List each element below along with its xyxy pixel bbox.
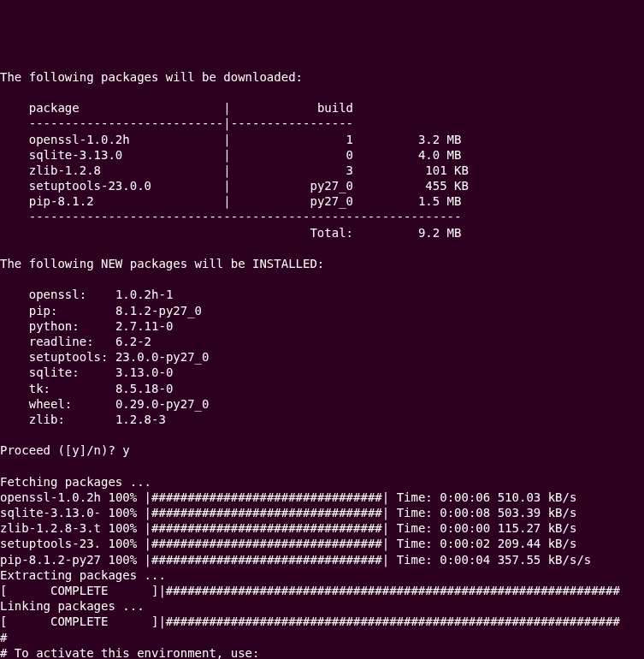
fetch-rate-0: 510.03 kB/s	[498, 490, 577, 504]
inst-ver-0: 1.0.2h-1	[115, 288, 173, 301]
dl-pkg-3: setuptools-23.0.0	[29, 179, 151, 193]
dl-build-0: 1	[346, 133, 353, 146]
fetch-time-4: 0:00:04	[440, 553, 490, 567]
progress-bar-3: |################################|	[145, 537, 390, 550]
fetch-pct-0: 100%	[108, 490, 137, 504]
col-package: package	[29, 101, 80, 115]
progress-bar-2: |################################|	[145, 521, 390, 535]
hash-1: #	[0, 631, 7, 644]
terminal-output: The following packages will be downloade…	[0, 69, 644, 659]
dl-pkg-0: openssl-1.0.2h	[29, 133, 130, 146]
dl-pkg-2: zlib-1.2.8	[29, 163, 101, 177]
dl-build-1: 0	[346, 148, 353, 162]
inst-name-5: sqlite:	[29, 365, 80, 379]
download-header: The following packages will be downloade…	[0, 70, 303, 84]
inst-ver-6: 8.5.18-0	[115, 382, 173, 395]
fetch-pkg-3: setuptools-23.	[0, 537, 101, 550]
inst-ver-1: 8.1.2-py27_0	[115, 304, 202, 318]
time-label-0: Time:	[397, 490, 433, 504]
dl-build-3: py27_0	[310, 179, 353, 193]
inst-ver-5: 3.13.0-0	[115, 365, 173, 379]
dl-pkg-1: sqlite-3.13.0	[29, 148, 123, 162]
inst-name-1: pip:	[29, 304, 58, 318]
fetch-time-0: 0:00:06	[440, 490, 490, 504]
installed-header: The following NEW packages will be INSTA…	[0, 257, 324, 270]
time-label-4: Time:	[397, 553, 433, 567]
dl-size-3: 455 KB	[425, 179, 469, 193]
separator-2: ----------------------------------------…	[0, 210, 461, 223]
inst-name-2: python:	[29, 319, 80, 333]
fetch-time-3: 0:00:02	[440, 537, 490, 550]
fetch-pct-2: 100%	[108, 521, 137, 535]
dl-pkg-4: pip-8.1.2	[29, 194, 94, 208]
progress-bar-4: |################################|	[145, 553, 390, 567]
time-label-2: Time:	[397, 521, 433, 535]
inst-name-8: zlib:	[29, 413, 65, 426]
proceed-prompt: Proceed ([y]/n)?	[0, 443, 122, 457]
fetch-pkg-0: openssl-1.0.2h	[0, 490, 101, 504]
col-build: build	[317, 101, 353, 115]
total-label: Total:	[310, 226, 353, 240]
extracting-msg: Extracting packages ...	[0, 568, 166, 582]
progress-bar-0: |################################|	[145, 490, 390, 504]
inst-ver-8: 1.2.8-3	[115, 413, 166, 426]
separator-1: ---------------------------|------------…	[0, 116, 353, 130]
fetch-time-1: 0:00:08	[440, 506, 490, 519]
proceed-answer[interactable]: y	[122, 443, 129, 457]
fetch-rate-2: 115.27 kB/s	[498, 521, 577, 535]
activate-msg: # To activate this environment, use:	[0, 646, 259, 659]
complete-link: [ COMPLETE ]|###########################…	[0, 614, 620, 628]
inst-name-0: openssl:	[29, 288, 86, 301]
dl-size-2: 101 KB	[425, 163, 469, 177]
inst-name-3: readline:	[29, 335, 94, 348]
inst-ver-3: 6.2-2	[115, 335, 151, 348]
complete-extract: [ COMPLETE ]|###########################…	[0, 584, 620, 597]
linking-msg: Linking packages ...	[0, 599, 145, 613]
fetch-time-2: 0:00:00	[440, 521, 490, 535]
total-size: 9.2 MB	[418, 226, 462, 240]
fetch-rate-1: 503.39 kB/s	[498, 506, 577, 519]
dl-build-4: py27_0	[310, 194, 353, 208]
time-label-1: Time:	[397, 506, 433, 519]
fetch-pkg-4: pip-8.1.2-py27	[0, 553, 101, 567]
fetching-msg: Fetching packages ...	[0, 475, 151, 489]
fetch-pct-4: 100%	[108, 553, 137, 567]
progress-bar-1: |################################|	[145, 506, 390, 519]
dl-size-4: 1.5 MB	[418, 194, 462, 208]
fetch-pkg-2: zlib-1.2.8-3.t	[0, 521, 101, 535]
fetch-pkg-1: sqlite-3.13.0-	[0, 506, 101, 519]
fetch-rate-3: 209.44 kB/s	[498, 537, 577, 550]
inst-ver-2: 2.7.11-0	[115, 319, 173, 333]
time-label-3: Time:	[397, 537, 433, 550]
inst-name-4: setuptools:	[29, 350, 109, 364]
inst-name-6: tk:	[29, 382, 50, 395]
fetch-rate-4: 357.55 kB/s/s	[498, 553, 592, 567]
dl-size-0: 3.2 MB	[418, 133, 462, 146]
inst-ver-7: 0.29.0-py27_0	[115, 397, 210, 411]
fetch-pct-3: 100%	[108, 537, 137, 550]
inst-name-7: wheel:	[29, 397, 73, 411]
inst-ver-4: 23.0.0-py27_0	[115, 350, 210, 364]
dl-build-2: 3	[346, 163, 353, 177]
fetch-pct-1: 100%	[108, 506, 137, 519]
dl-size-1: 4.0 MB	[418, 148, 462, 162]
